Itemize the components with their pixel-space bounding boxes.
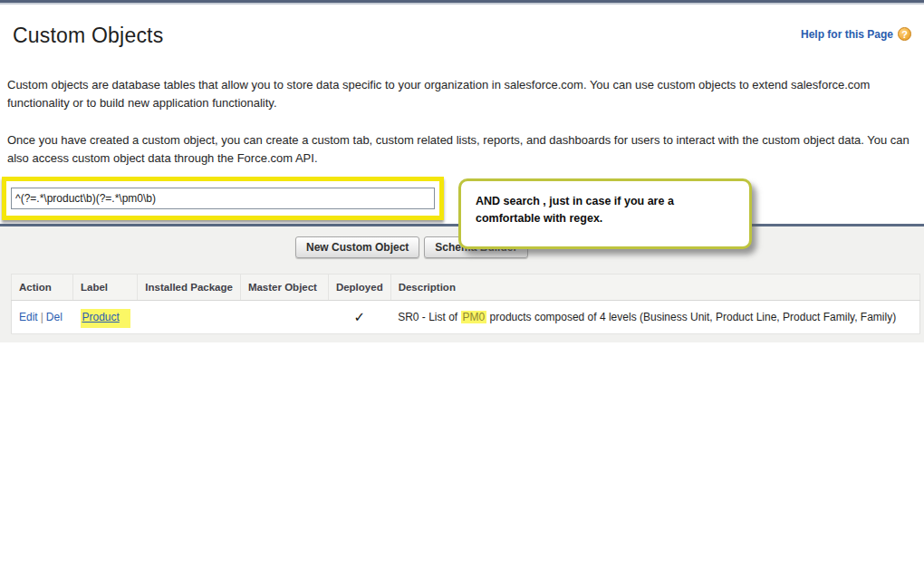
column-header-label: Label <box>73 275 138 301</box>
column-header-action: Action <box>12 275 73 301</box>
page-title: Custom Objects <box>13 24 163 48</box>
intro-paragraph-2: Once you have created a custom object, y… <box>7 131 920 168</box>
help-link-label: Help for this Page <box>801 28 893 41</box>
annotation-text: AND search , just in case if you are a c… <box>476 195 674 225</box>
table-header-row: Action Label Installed Package Master Ob… <box>12 275 920 301</box>
del-link[interactable]: Del <box>46 311 63 323</box>
custom-objects-table: Action Label Installed Package Master Ob… <box>11 274 920 334</box>
top-bar <box>0 0 924 5</box>
column-header-deployed: Deployed <box>328 275 390 301</box>
column-header-installed-package: Installed Package <box>138 275 241 301</box>
intro-paragraph-1: Custom objects are database tables that … <box>7 76 920 112</box>
annotation-callout: AND search , just in case if you are a c… <box>458 178 752 249</box>
search-highlight-box <box>2 177 444 220</box>
action-separator: | <box>38 311 46 323</box>
description-text-prefix: SR0 - List of <box>398 311 460 323</box>
label-cell: Product <box>73 301 138 334</box>
action-cell: Edit|Del <box>12 301 73 334</box>
product-object-link[interactable]: Product <box>81 309 130 328</box>
description-highlighted-term: PM0 <box>461 311 487 323</box>
help-for-this-page-link[interactable]: Help for this Page ? <box>801 27 911 41</box>
question-mark-icon[interactable]: ? <box>898 27 911 41</box>
column-header-description: Description <box>390 275 919 301</box>
master-object-cell <box>240 301 328 334</box>
table-row: Edit|Del Product ✓ SR0 - List of PM0 pro… <box>12 301 920 334</box>
installed-package-cell <box>138 301 241 334</box>
regex-search-input[interactable] <box>11 188 435 209</box>
description-cell: SR0 - List of PM0 products composed of 4… <box>390 301 919 334</box>
column-header-master-object: Master Object <box>240 275 328 301</box>
edit-link[interactable]: Edit <box>19 311 38 323</box>
checkmark-icon: ✓ <box>353 309 365 324</box>
new-custom-object-button[interactable]: New Custom Object <box>295 236 419 258</box>
description-text-suffix: products composed of 4 levels (Business … <box>486 311 896 323</box>
deployed-cell: ✓ <box>328 301 390 334</box>
